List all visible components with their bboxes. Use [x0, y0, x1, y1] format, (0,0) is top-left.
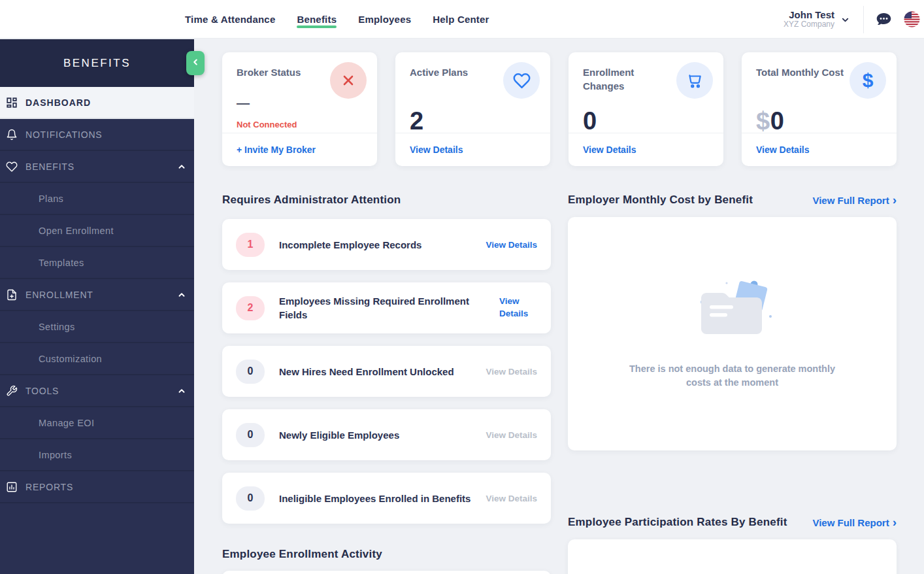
sidebar-item-open-enrollment[interactable]: Open Enrollment [0, 215, 194, 247]
sidebar-item-customization[interactable]: Customization [0, 343, 194, 375]
sidebar-item-reports[interactable]: REPORTS [0, 471, 194, 503]
topbar-divider [863, 6, 864, 33]
card-title: Broker Status [237, 65, 328, 79]
sidebar-item-label: Templates [39, 258, 84, 268]
stat-cards-row: Broker Status — Not Connected + Invite M… [222, 52, 897, 166]
sidebar-item-manage-eoi[interactable]: Manage EOI [0, 407, 194, 439]
chat-icon[interactable] [875, 12, 893, 27]
attention-row-newly-eligible: 0 Newly Eligible Employees View Details [222, 409, 551, 460]
file-plus-icon [5, 288, 18, 301]
sidebar-collapse-button[interactable] [186, 51, 205, 75]
sidebar-header: BENEFITS [0, 39, 194, 87]
card-title: Active Plans [410, 65, 501, 79]
sidebar-item-label: Imports [39, 450, 72, 460]
sidebar-item-label: REPORTS [25, 482, 73, 492]
chevron-left-icon [191, 58, 200, 69]
view-full-report-link[interactable]: View Full Report › [812, 517, 897, 528]
cart-icon [676, 62, 713, 99]
participation-heading-row: Employee Participation Rates By Benefit … [568, 516, 897, 529]
reports-section: Employer Monthly Cost by Benefit View Fu… [568, 194, 897, 574]
enrollment-activity-card [222, 571, 551, 574]
card-footer: View Details [742, 133, 897, 166]
invite-broker-link[interactable]: + Invite My Broker [237, 144, 316, 155]
sidebar-title: BENEFITS [63, 57, 131, 70]
count-badge: 0 [236, 423, 265, 447]
x-circle-icon [330, 62, 367, 99]
nav-employees[interactable]: Employees [358, 0, 411, 39]
attention-row-new-hires: 0 New Hires Need Enrollment Unlocked Vie… [222, 346, 551, 397]
attention-section: Requires Administrator Attention 1 Incom… [222, 194, 551, 574]
heart-icon [5, 160, 18, 173]
bell-icon [5, 128, 18, 141]
sidebar-item-templates[interactable]: Templates [0, 247, 194, 279]
sidebar-item-label: Settings [39, 322, 75, 332]
attention-row-ineligible-enrolled: 0 Ineligible Employees Enrolled in Benef… [222, 473, 551, 524]
count-badge: 0 [236, 486, 265, 511]
active-plans-card: Active Plans 2 View Details [395, 52, 550, 166]
participation-chart-card [568, 539, 897, 574]
dashboard-icon [5, 96, 18, 109]
total-monthly-cost-card: Total Monthly Cost $ $0 View Details [742, 52, 897, 166]
view-details-link-disabled: View Details [486, 367, 537, 377]
sidebar-item-label: Open Enrollment [39, 226, 114, 236]
view-full-report-label: View Full Report [812, 517, 889, 528]
monthly-cost-chart-card: There is not enough data to generate mon… [568, 217, 897, 450]
chevron-down-icon [840, 15, 850, 27]
nav-help-center[interactable]: Help Center [433, 0, 489, 39]
view-details-link-disabled: View Details [486, 430, 537, 440]
nav-benefits[interactable]: Benefits [297, 0, 337, 39]
view-details-link[interactable]: View Details [410, 144, 463, 155]
dollar-glyph: $ [863, 69, 874, 92]
chevron-up-icon[interactable] [177, 290, 186, 299]
top-navigation-bar: Time & Attendance Benefits Employees Hel… [0, 0, 924, 39]
amount: 0 [770, 107, 785, 135]
sidebar-item-enrollment[interactable]: ENROLLMENT [0, 279, 194, 311]
card-value: $0 [756, 107, 784, 135]
view-full-report-label: View Full Report [812, 195, 889, 206]
chevron-up-icon[interactable] [177, 162, 186, 171]
sidebar-item-notifications[interactable]: NOTIFICATIONS [0, 119, 194, 151]
sidebar-item-dashboard[interactable]: DASHBOARD [0, 87, 194, 119]
sidebar-item-label: NOTIFICATIONS [25, 129, 102, 140]
participation-heading: Employee Participation Rates By Benefit [568, 516, 787, 529]
view-details-link-disabled: View Details [486, 494, 537, 503]
primary-nav: Time & Attendance Benefits Employees Hel… [185, 0, 489, 39]
attention-heading: Requires Administrator Attention [222, 194, 551, 207]
card-value: 2 [410, 107, 424, 135]
sidebar-item-benefits[interactable]: BENEFITS [0, 151, 194, 183]
enrollment-changes-card: Enrollment Changes 0 View Details [569, 52, 723, 166]
view-details-link[interactable]: View Details [756, 144, 809, 155]
card-footer: View Details [569, 133, 723, 166]
attention-label: Employees Missing Required Enrollment Fi… [279, 294, 499, 322]
broker-status-card: Broker Status — Not Connected + Invite M… [222, 52, 377, 166]
wrench-icon [5, 384, 18, 397]
sidebar-item-settings[interactable]: Settings [0, 311, 194, 343]
attention-row-missing-fields: 2 Employees Missing Required Enrollment … [222, 282, 551, 333]
sidebar-item-tools[interactable]: TOOLS [0, 375, 194, 407]
view-details-link[interactable]: View Details [583, 144, 636, 155]
card-title: Enrollment Changes [583, 65, 674, 93]
chevron-up-icon[interactable] [177, 386, 186, 396]
empty-state-text: There is not enough data to generate mon… [625, 362, 840, 389]
enrollment-activity-heading: Employee Enrollment Activity [222, 548, 551, 561]
sidebar-item-label: Plans [39, 194, 63, 204]
sidebar: BENEFITS DASHBOARD NOTIFICATIONS BENEFIT… [0, 39, 194, 574]
empty-folder-illustration [689, 279, 776, 345]
view-details-link[interactable]: View Details [486, 240, 537, 250]
sidebar-item-plans[interactable]: Plans [0, 183, 194, 215]
user-menu[interactable]: John Test XYZ Company [784, 9, 850, 29]
card-footer: View Details [395, 133, 550, 166]
topbar-right: John Test XYZ Company [784, 0, 920, 39]
sidebar-item-label: ENROLLMENT [25, 290, 93, 300]
monthly-cost-heading: Employer Monthly Cost by Benefit [568, 194, 753, 207]
card-value: — [237, 95, 250, 110]
sidebar-item-imports[interactable]: Imports [0, 439, 194, 471]
user-company: XYZ Company [784, 20, 834, 29]
language-flag-icon[interactable] [904, 11, 920, 27]
monthly-cost-heading-row: Employer Monthly Cost by Benefit View Fu… [568, 194, 897, 207]
view-full-report-link[interactable]: View Full Report › [812, 195, 897, 206]
view-details-link[interactable]: View Details [499, 295, 537, 320]
nav-time-attendance[interactable]: Time & Attendance [185, 0, 275, 39]
card-title: Total Monthly Cost [756, 65, 848, 79]
card-footer: + Invite My Broker [222, 133, 377, 166]
